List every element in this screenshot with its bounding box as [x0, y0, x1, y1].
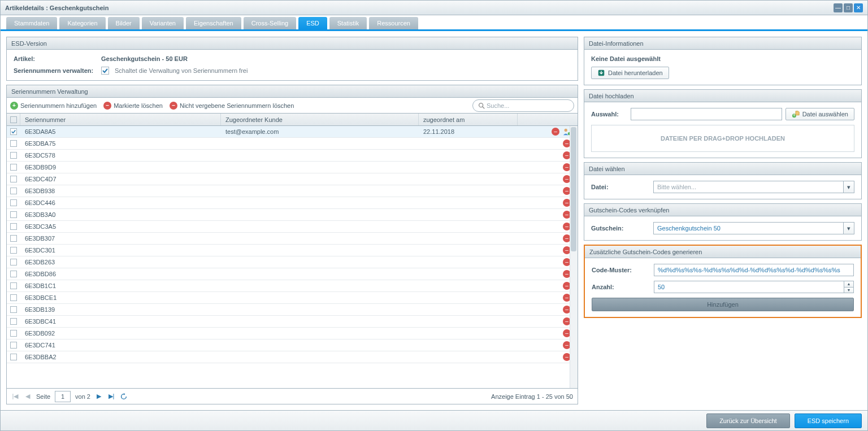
cell-assigned [419, 138, 518, 149]
row-checkbox[interactable] [10, 247, 17, 254]
row-checkbox[interactable] [10, 164, 17, 171]
minimize-icon[interactable]: — [834, 3, 843, 12]
tab-esd[interactable]: ESD [298, 17, 327, 29]
grid-body[interactable]: 6E3DA8A5test@example.com22.11.2018–6E3DB… [7, 126, 578, 388]
scrollbar[interactable] [570, 126, 578, 388]
save-button[interactable]: ESD speichern [795, 413, 862, 428]
row-checkbox[interactable] [10, 128, 17, 135]
row-checkbox[interactable] [10, 271, 17, 277]
pager-refresh-icon[interactable] [120, 393, 128, 400]
dropzone[interactable]: DATEIEN PER DRAG+DROP HOCHLADEN [591, 125, 854, 152]
table-row[interactable]: 6E3DB307– [7, 233, 578, 245]
label-file: Datei: [591, 184, 653, 190]
row-checkbox[interactable] [10, 211, 17, 218]
download-file-button[interactable]: Datei herunterladen [591, 67, 669, 79]
table-row[interactable]: 6E3DC578– [7, 150, 578, 162]
pager-of-label: von 2 [75, 393, 90, 400]
row-checkbox[interactable] [10, 306, 17, 313]
table-row[interactable]: 6E3DBBA2– [7, 351, 578, 363]
table-row[interactable]: 6E3DBCE1– [7, 292, 578, 304]
row-checkbox[interactable] [10, 223, 17, 230]
row-checkbox[interactable] [10, 140, 17, 147]
pager-page-input[interactable] [55, 391, 71, 402]
choose-file-button[interactable]: + Datei auswählen [785, 108, 854, 120]
count-input[interactable] [654, 281, 844, 293]
col-customer[interactable]: Zugeordneter Kunde [221, 114, 419, 125]
tab-statistik[interactable]: Statistik [329, 17, 367, 29]
table-row[interactable]: 6E3DC741– [7, 339, 578, 351]
table-row[interactable]: 6E3DB092– [7, 328, 578, 339]
checkbox-serial-manage[interactable] [101, 67, 109, 75]
cell-customer [221, 328, 419, 339]
row-checkbox[interactable] [10, 330, 17, 337]
table-row[interactable]: 6E3DB3A0– [7, 209, 578, 221]
table-row[interactable]: 6E3DA8A5test@example.com22.11.2018– [7, 126, 578, 138]
row-checkbox[interactable] [10, 199, 17, 206]
row-checkbox[interactable] [10, 176, 17, 182]
table-row[interactable]: 6E3DB263– [7, 256, 578, 268]
maximize-icon[interactable]: □ [844, 3, 853, 12]
table-row[interactable]: 6E3DBA75– [7, 138, 578, 150]
col-serial[interactable]: Seriennummer [20, 114, 221, 125]
add-serial-button[interactable]: + Seriennummern hinzufügen [10, 102, 97, 110]
row-checkbox[interactable] [10, 342, 17, 349]
tab-stammdaten[interactable]: Stammdaten [6, 17, 57, 29]
pager-next-icon[interactable]: ▶ [95, 393, 103, 400]
voucher-combo-input[interactable] [653, 222, 843, 234]
search-field[interactable] [472, 99, 574, 112]
table-row[interactable]: 6E3DC446– [7, 197, 578, 209]
tab-kategorien[interactable]: Kategorien [59, 17, 105, 29]
row-checkbox[interactable] [10, 318, 17, 325]
table-row[interactable]: 6E3DB139– [7, 304, 578, 316]
file-combo-input[interactable] [653, 181, 843, 193]
panel-header: ESD-Version [7, 37, 578, 50]
cell-assigned [419, 245, 518, 256]
row-checkbox[interactable] [10, 294, 17, 301]
row-checkbox[interactable] [10, 282, 17, 289]
table-row[interactable]: 6E3DB1C1– [7, 280, 578, 292]
table-row[interactable]: 6E3DC301– [7, 245, 578, 256]
table-row[interactable]: 6E3DB9D9– [7, 162, 578, 173]
table-row[interactable]: 6E3DC3A5– [7, 221, 578, 233]
panel-voucher-generate: Zusätzliche Gutschein-Codes generieren C… [584, 245, 862, 318]
spinner-down-icon[interactable]: ▼ [844, 288, 853, 293]
row-checkbox[interactable] [10, 259, 17, 265]
row-checkbox[interactable] [10, 152, 17, 159]
delete-unassigned-button[interactable]: – Nicht vergebene Seriennummern löschen [170, 102, 294, 110]
pager-prev-icon[interactable]: ◀ [24, 393, 32, 400]
toolbar: + Seriennummern hinzufügen – Markierte l… [7, 98, 578, 114]
count-spinner[interactable]: ▲ ▼ [844, 281, 854, 293]
table-row[interactable]: 6E3DBD86– [7, 268, 578, 280]
col-assigned[interactable]: zugeordnet am [419, 114, 518, 125]
search-input[interactable] [485, 102, 569, 110]
cell-customer [221, 339, 419, 351]
close-icon[interactable]: ✕ [854, 3, 863, 12]
hint-serial-manage: Schaltet die Verwaltung von Seriennummer… [115, 67, 248, 74]
row-checkbox[interactable] [10, 354, 17, 360]
row-checkbox[interactable] [10, 188, 17, 194]
tab-ressourcen[interactable]: Ressourcen [369, 17, 418, 29]
table-row[interactable]: 6E3DC4D7– [7, 173, 578, 185]
row-checkbox[interactable] [10, 235, 17, 242]
tab-bilder[interactable]: Bilder [108, 17, 140, 29]
tab-eigenschaften[interactable]: Eigenschaften [186, 17, 241, 29]
delete-row-icon[interactable]: – [552, 128, 559, 136]
pager-first-icon[interactable]: |◀ [11, 393, 19, 400]
panel-header: Zusätzliche Gutschein-Codes generieren [585, 246, 861, 258]
code-pattern-input[interactable] [654, 264, 854, 276]
spinner-up-icon[interactable]: ▲ [844, 281, 853, 288]
table-row[interactable]: 6E3DBC41– [7, 316, 578, 328]
add-codes-button[interactable]: Hinzufügen [592, 298, 854, 311]
cell-assigned [419, 328, 518, 339]
upload-path-input[interactable] [631, 108, 782, 120]
table-row[interactable]: 6E3DB938– [7, 185, 578, 197]
tab-cross-selling[interactable]: Cross-Selling [244, 17, 296, 29]
cell-serial: 6E3DC578 [20, 150, 221, 161]
chevron-down-icon[interactable]: ▾ [843, 222, 854, 234]
delete-marked-button[interactable]: – Markierte löschen [103, 102, 163, 110]
tab-varianten[interactable]: Varianten [142, 17, 184, 29]
pager-last-icon[interactable]: ▶| [107, 393, 115, 400]
back-button[interactable]: Zurück zur Übersicht [706, 413, 789, 428]
chevron-down-icon[interactable]: ▾ [843, 181, 854, 193]
checkbox-select-all[interactable] [10, 116, 17, 123]
